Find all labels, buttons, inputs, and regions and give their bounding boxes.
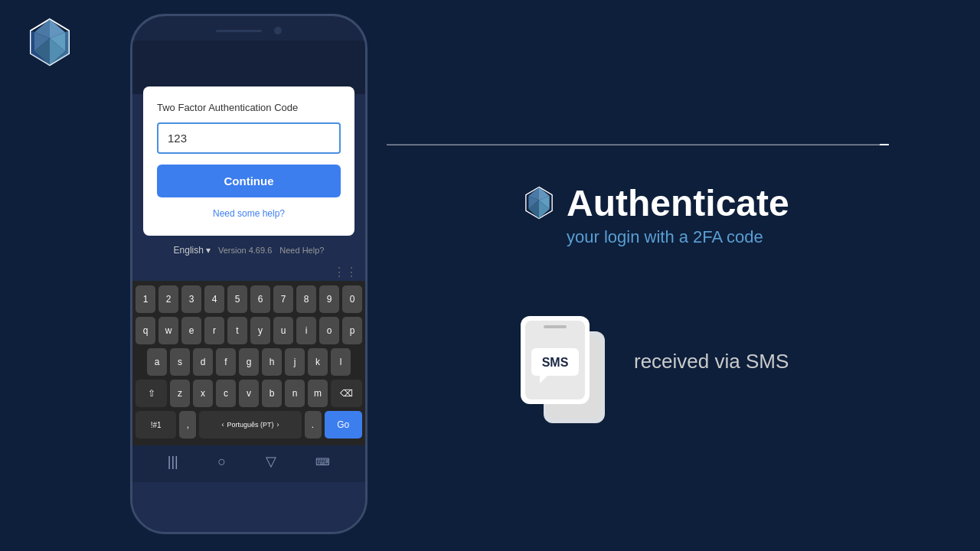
key-n[interactable]: n: [285, 380, 305, 407]
key-backspace[interactable]: ⌫: [331, 380, 362, 407]
svg-text:SMS: SMS: [542, 356, 569, 369]
screen-footer: English ▾ Version 4.69.6 Need Help?: [132, 236, 365, 262]
auth-logo-icon: [521, 184, 557, 221]
key-7[interactable]: 7: [273, 285, 293, 313]
key-4[interactable]: 4: [204, 285, 224, 313]
key-8[interactable]: 8: [296, 285, 316, 313]
sms-label: received via SMS: [634, 350, 789, 373]
key-b[interactable]: b: [262, 380, 282, 407]
key-shift[interactable]: ⇧: [136, 380, 167, 407]
auth-subtitle: your login with a 2FA code: [567, 227, 789, 247]
continue-button[interactable]: Continue: [157, 165, 341, 197]
key-m[interactable]: m: [308, 380, 328, 407]
dialog-title: Two Factor Authentication Code: [157, 102, 341, 113]
nav-home-icon[interactable]: ○: [217, 454, 226, 470]
keyboard-qwerty-row: q w e r t y u i o p: [136, 317, 362, 344]
authenticate-word: Authenticate: [567, 182, 789, 224]
keyboard-number-row: 1 2 3 4 5 6 7 8 9 0: [136, 285, 362, 313]
authenticate-section: Authenticate your login with a 2FA code: [521, 182, 789, 247]
app-logo: [23, 15, 77, 72]
key-c[interactable]: c: [216, 380, 236, 407]
phone-screen: Two Factor Authentication Code Continue …: [132, 41, 365, 532]
phone-top-bar: [132, 16, 365, 41]
key-u[interactable]: u: [273, 317, 293, 344]
keyboard-zxcv-row: ⇧ z x c v b n m ⌫: [136, 380, 362, 407]
key-1[interactable]: 1: [136, 285, 155, 313]
phone-camera: [274, 27, 282, 34]
right-panel: Authenticate your login with a 2FA code …: [429, 0, 980, 551]
keyboard-asdf-row: a s d f g h j k l: [136, 348, 362, 376]
key-s[interactable]: s: [170, 348, 190, 376]
version-label: Version 4.69.6: [218, 246, 272, 255]
key-period[interactable]: .: [305, 411, 322, 439]
key-l[interactable]: l: [331, 348, 351, 376]
keyboard[interactable]: 1 2 3 4 5 6 7 8 9 0 q w e r t: [132, 281, 365, 445]
key-p[interactable]: p: [342, 317, 362, 344]
key-comma[interactable]: ,: [179, 411, 196, 439]
auth-dialog-card: Two Factor Authentication Code Continue …: [143, 86, 354, 236]
phone-navigation-bar: ||| ○ ▽ ⌨: [132, 445, 365, 482]
key-q[interactable]: q: [136, 317, 155, 344]
key-i[interactable]: i: [296, 317, 316, 344]
key-g[interactable]: g: [239, 348, 259, 376]
language-selector[interactable]: English ▾: [174, 245, 211, 256]
key-v[interactable]: v: [239, 380, 259, 407]
key-f[interactable]: f: [216, 348, 236, 376]
key-5[interactable]: 5: [227, 285, 247, 313]
key-w[interactable]: w: [158, 317, 178, 344]
keyboard-handle: ⋮⋮: [333, 265, 358, 279]
key-3[interactable]: 3: [181, 285, 201, 313]
authenticate-title: Authenticate: [521, 182, 789, 224]
key-z[interactable]: z: [170, 380, 190, 407]
keyboard-bottom-row: !#1 , ‹Português (PT)› . Go: [136, 411, 362, 439]
key-j[interactable]: j: [285, 348, 305, 376]
key-y[interactable]: y: [250, 317, 270, 344]
phone-mockup: Two Factor Authentication Code Continue …: [130, 14, 368, 534]
help-link[interactable]: Need some help?: [157, 208, 341, 219]
language-label: English: [174, 245, 204, 256]
key-a[interactable]: a: [147, 348, 167, 376]
key-r[interactable]: r: [204, 317, 224, 344]
key-6[interactable]: 6: [250, 285, 270, 313]
key-e[interactable]: e: [181, 317, 201, 344]
key-9[interactable]: 9: [319, 285, 339, 313]
chevron-down-icon: ▾: [206, 245, 211, 256]
key-k[interactable]: k: [308, 348, 328, 376]
key-0[interactable]: 0: [342, 285, 362, 313]
key-go[interactable]: Go: [325, 411, 362, 439]
key-symbols[interactable]: !#1: [136, 411, 176, 439]
key-2[interactable]: 2: [158, 285, 178, 313]
need-help-link[interactable]: Need Help?: [279, 246, 324, 255]
key-x[interactable]: x: [193, 380, 213, 407]
svg-rect-25: [544, 325, 567, 328]
nav-recent-icon[interactable]: ▽: [266, 453, 276, 470]
sms-phone-icon: SMS: [521, 308, 620, 427]
key-o[interactable]: o: [319, 317, 339, 344]
phone-notch: [216, 30, 262, 32]
code-input[interactable]: [157, 122, 341, 154]
nav-back-icon[interactable]: |||: [168, 454, 178, 470]
sms-icon: SMS: [521, 308, 612, 416]
key-d[interactable]: d: [193, 348, 213, 376]
key-language[interactable]: ‹Português (PT)›: [199, 411, 301, 439]
nav-keyboard-icon[interactable]: ⌨: [315, 456, 330, 468]
key-t[interactable]: t: [227, 317, 247, 344]
sms-section: SMS received via SMS: [521, 308, 789, 416]
key-h[interactable]: h: [262, 348, 282, 376]
